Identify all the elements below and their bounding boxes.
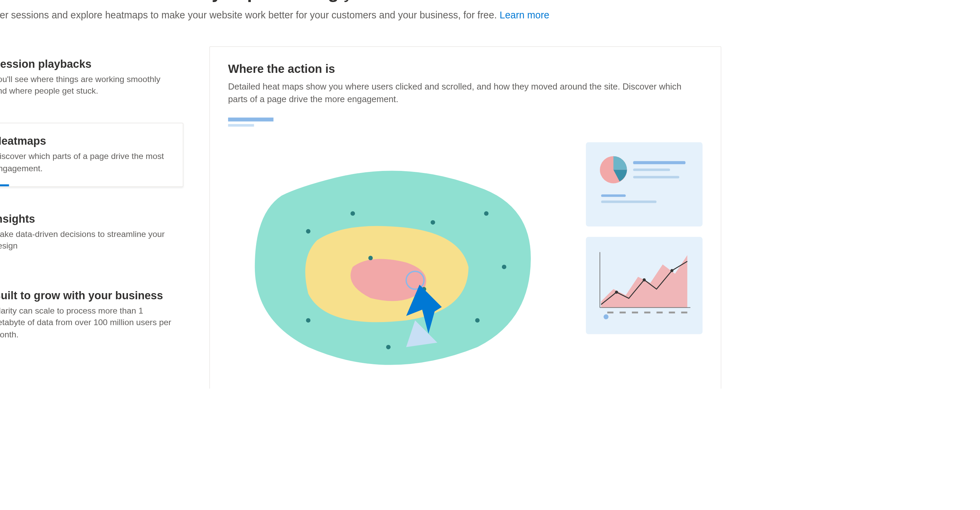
svg-point-57: [604, 314, 608, 319]
feature-detail-card: Where the action is Detailed heat maps s…: [209, 46, 721, 389]
feature-scale[interactable]: Built to grow with your business Clarity…: [0, 278, 183, 352]
svg-point-35: [306, 318, 310, 322]
feature-title: Built to grow with your business: [0, 289, 174, 302]
svg-point-31: [484, 211, 488, 215]
hero-headline: Understand how users are really experien…: [0, 0, 721, 3]
svg-rect-41: [633, 169, 670, 171]
mini-line-chart: [586, 237, 703, 334]
svg-point-33: [475, 318, 479, 322]
content-scrollbar[interactable]: ▴: [737, 0, 747, 389]
main-layout: www.rakyatbicara.id/ SEO Backlinks Keywo…: [0, 0, 747, 389]
svg-point-30: [431, 220, 435, 224]
svg-point-34: [386, 345, 391, 349]
svg-point-46: [643, 278, 646, 281]
content-body: Understand how users are really experien…: [0, 0, 747, 389]
feature-title: Heatmaps: [0, 135, 173, 148]
svg-point-28: [306, 229, 310, 233]
heatmap-illustration: [228, 142, 702, 389]
svg-rect-43: [601, 194, 625, 197]
svg-point-32: [502, 265, 506, 269]
detail-desc: Detailed heat maps show you where users …: [228, 81, 702, 106]
svg-rect-44: [601, 201, 656, 203]
heatmap-graphic: [228, 142, 566, 389]
feature-desc: Clarity can scale to process more than 1…: [0, 305, 174, 341]
svg-point-45: [615, 290, 618, 293]
svg-rect-40: [633, 161, 686, 164]
mini-charts: [586, 142, 703, 334]
svg-point-29: [350, 211, 355, 215]
feature-insights[interactable]: Insights Make data-driven decisions to s…: [0, 201, 183, 264]
feature-title: Session playbacks: [0, 58, 174, 71]
feature-list: Session playbacks You'll see where thing…: [0, 46, 183, 389]
features-row: Session playbacks You'll see where thing…: [0, 46, 721, 389]
mini-pie-chart: [586, 142, 703, 226]
svg-rect-42: [633, 176, 679, 178]
feature-desc: Make data-driven decisions to streamline…: [0, 228, 174, 252]
content-area: Microsoft Clarity Understand how users a…: [0, 0, 747, 389]
detail-title: Where the action is: [228, 62, 702, 76]
feature-desc: Discover which parts of a page drive the…: [0, 151, 173, 174]
hero-subtext: Replay user sessions and explore heatmap…: [0, 9, 721, 20]
feature-heatmaps[interactable]: Heatmaps Discover which parts of a page …: [0, 123, 183, 186]
svg-point-36: [368, 256, 372, 260]
feature-title: Insights: [0, 213, 174, 226]
svg-point-47: [670, 269, 673, 272]
feature-session-playbacks[interactable]: Session playbacks You'll see where thing…: [0, 46, 183, 109]
learn-more-link[interactable]: Learn more: [500, 9, 549, 20]
feature-desc: You'll see where things are working smoo…: [0, 73, 174, 97]
